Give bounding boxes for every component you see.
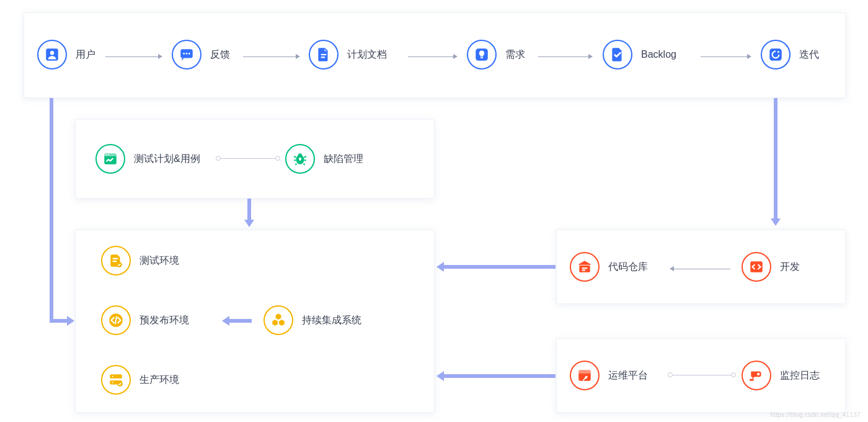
svg-point-25 <box>112 376 113 377</box>
arrow-user-feedback <box>105 54 162 59</box>
testenv-icon <box>101 246 131 276</box>
check-icon <box>603 40 632 70</box>
server-icon <box>101 365 131 395</box>
svg-point-5 <box>188 53 190 55</box>
node-plan: 计划文档 <box>309 40 387 70</box>
svg-rect-19 <box>113 258 118 259</box>
node-monitor: 监控日志 <box>742 361 820 390</box>
watermark: https://blog.csdn.net/qq_41137 <box>770 411 861 418</box>
svg-rect-6 <box>321 54 327 55</box>
svg-rect-23 <box>110 374 122 379</box>
flow-qa-down <box>247 199 251 220</box>
svg-point-1 <box>50 51 55 55</box>
arrow-ci-pre <box>229 319 252 323</box>
feedback-label: 反馈 <box>210 48 230 61</box>
repo-icon <box>570 252 600 282</box>
user-label: 用户 <box>76 48 95 61</box>
node-backlog: Backlog <box>603 40 676 70</box>
node-repo: 代码仓库 <box>570 252 648 282</box>
flow-repo-to-env-top <box>444 265 556 269</box>
node-feedback: 反馈 <box>172 40 230 70</box>
testenv-label: 测试环境 <box>140 254 179 267</box>
node-testplan: 测试计划&用例 <box>95 144 200 174</box>
svg-rect-33 <box>578 370 591 373</box>
code-icon <box>101 305 131 335</box>
flow-ops-to-env-bot <box>444 374 556 378</box>
req-label: 需求 <box>505 48 525 61</box>
testplan-icon <box>95 144 125 174</box>
arrow-dev-repo <box>670 266 730 271</box>
dev-icon <box>742 252 771 282</box>
arrow-feedback-plan <box>243 54 300 59</box>
cycle-icon <box>761 40 790 70</box>
conn-dot-right-qa <box>275 156 280 161</box>
node-opsplat: 运维平台 <box>570 361 648 390</box>
flow-user-down <box>50 98 53 323</box>
arrow-req-backlog <box>538 54 593 59</box>
node-user: 用户 <box>37 40 95 70</box>
node-dev: 开发 <box>742 252 800 282</box>
svg-rect-30 <box>582 269 585 271</box>
camera-icon <box>742 361 771 390</box>
preenv-label: 预发布环境 <box>140 314 189 327</box>
bug-icon <box>285 144 315 174</box>
node-prodenv: 生产环境 <box>101 365 179 395</box>
backlog-label: Backlog <box>641 49 676 60</box>
svg-rect-7 <box>321 56 326 58</box>
dev-label: 开发 <box>780 261 800 274</box>
node-ci: 持续集成系统 <box>264 305 361 335</box>
svg-rect-18 <box>299 158 301 161</box>
conn-dot-left-qa <box>216 156 221 161</box>
svg-point-26 <box>112 382 113 383</box>
svg-point-14 <box>108 155 109 156</box>
conn-dot-left-ops <box>668 372 673 377</box>
svg-rect-9 <box>480 57 483 58</box>
document-icon <box>309 40 339 70</box>
arrow-backlog-iter <box>701 54 751 59</box>
conn-testplan-defect <box>220 158 276 159</box>
node-defect: 缺陷管理 <box>285 144 363 174</box>
monitor-label: 监控日志 <box>780 369 820 382</box>
opsplat-label: 运维平台 <box>608 369 648 382</box>
user-icon <box>37 40 67 70</box>
svg-rect-29 <box>582 267 588 269</box>
flow-iter-down <box>774 98 777 218</box>
svg-rect-35 <box>750 379 754 380</box>
plan-label: 计划文档 <box>347 48 387 61</box>
wrench-icon <box>570 361 600 390</box>
svg-point-16 <box>298 153 303 158</box>
defect-label: 缺陷管理 <box>324 153 363 166</box>
node-iter: 迭代 <box>761 40 819 70</box>
svg-rect-10 <box>769 48 782 61</box>
feedback-icon <box>172 40 202 70</box>
svg-point-4 <box>186 53 188 55</box>
iter-label: 迭代 <box>799 48 819 61</box>
testplan-label: 测试计划&用例 <box>134 153 200 166</box>
ci-label: 持续集成系统 <box>302 314 361 327</box>
svg-rect-20 <box>113 261 117 262</box>
node-preenv: 预发布环境 <box>101 305 189 335</box>
node-testenv: 测试环境 <box>101 246 179 276</box>
conn-dot-right-ops <box>731 372 736 377</box>
arrow-plan-req <box>408 54 458 59</box>
bulb-icon <box>467 40 497 70</box>
svg-point-34 <box>757 373 760 375</box>
repo-label: 代码仓库 <box>608 261 648 274</box>
node-req: 需求 <box>467 40 525 70</box>
flow-user-right <box>50 319 67 323</box>
cubes-icon <box>264 305 293 335</box>
svg-point-13 <box>106 155 107 156</box>
prodenv-label: 生产环境 <box>140 374 179 387</box>
svg-point-3 <box>183 53 185 55</box>
conn-ops <box>672 375 732 375</box>
